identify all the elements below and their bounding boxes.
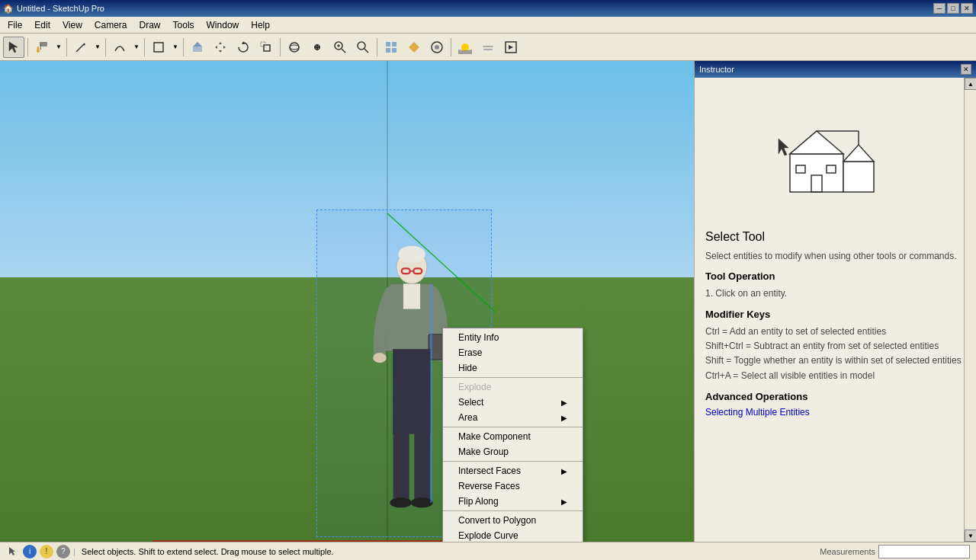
menu-window[interactable]: Window bbox=[201, 18, 246, 32]
orbit-tool-button[interactable] bbox=[284, 37, 305, 58]
main-content: Entity Info Erase Hide Explode Select ▶ … bbox=[0, 61, 976, 542]
tool-name: Select Tool bbox=[705, 230, 965, 244]
svg-line-15 bbox=[342, 49, 345, 53]
select-tool-button[interactable] bbox=[3, 37, 24, 58]
toolbar-separator-8 bbox=[451, 38, 451, 56]
close-button[interactable]: ✕ bbox=[961, 3, 973, 14]
menu-draw[interactable]: Draw bbox=[133, 18, 167, 32]
status-select-icon[interactable] bbox=[6, 545, 20, 558]
titlebar-controls[interactable]: ─ □ ✕ bbox=[933, 3, 973, 14]
ctx-separator-3 bbox=[443, 461, 583, 462]
ctx-separator-2 bbox=[443, 427, 583, 427]
ctx-flip-along[interactable]: Flip Along ▶ bbox=[443, 494, 583, 509]
scroll-down-button[interactable]: ▼ bbox=[965, 530, 976, 542]
ctx-erase[interactable]: Erase bbox=[443, 345, 583, 360]
ctx-explode-curve[interactable]: Explode Curve bbox=[443, 528, 583, 542]
shadows-button[interactable] bbox=[454, 37, 476, 58]
ctx-entity-info[interactable]: Entity Info bbox=[443, 330, 583, 345]
move-tool-button[interactable] bbox=[210, 37, 231, 58]
svg-line-19 bbox=[364, 49, 368, 53]
zoomextents-tool-button[interactable] bbox=[352, 37, 374, 58]
status-warning-icon[interactable]: ! bbox=[40, 545, 53, 558]
menu-tools[interactable]: Tools bbox=[167, 18, 201, 32]
styles-button[interactable] bbox=[426, 37, 448, 58]
toolbar-separator-5 bbox=[183, 38, 184, 56]
menu-view[interactable]: View bbox=[56, 18, 88, 32]
toolbar-separator-7 bbox=[377, 38, 377, 56]
menu-file[interactable]: File bbox=[2, 18, 28, 32]
scroll-up-button[interactable]: ▲ bbox=[965, 78, 976, 90]
svg-marker-50 bbox=[790, 131, 843, 154]
ctx-reverse-faces[interactable]: Reverse Faces bbox=[443, 478, 583, 494]
line-tool-button[interactable] bbox=[70, 37, 92, 58]
instructor-close-button[interactable]: ✕ bbox=[961, 64, 971, 75]
menu-help[interactable]: Help bbox=[245, 18, 276, 32]
zoom-tool-button[interactable] bbox=[329, 37, 351, 58]
svg-marker-52 bbox=[843, 145, 874, 162]
fog-button[interactable] bbox=[477, 37, 499, 58]
svg-marker-7 bbox=[215, 42, 226, 53]
ctx-make-component[interactable]: Make Component bbox=[443, 429, 583, 444]
statusbar-icons: i ! ? | bbox=[6, 545, 75, 558]
export-button[interactable] bbox=[500, 37, 522, 58]
toolbar-separator-4 bbox=[144, 38, 145, 56]
scroll-track bbox=[965, 90, 976, 530]
menu-camera[interactable]: Camera bbox=[88, 18, 133, 32]
svg-rect-28 bbox=[483, 46, 493, 47]
status-info-icon[interactable]: i bbox=[23, 545, 37, 558]
ctx-convert-polygon[interactable]: Convert to Polygon bbox=[443, 513, 583, 528]
context-menu: Entity Info Erase Hide Explode Select ▶ … bbox=[442, 328, 583, 542]
svg-rect-22 bbox=[386, 48, 390, 53]
toolbar-separator-3 bbox=[105, 38, 106, 56]
svg-point-11 bbox=[290, 43, 299, 52]
pan-tool-button[interactable] bbox=[307, 37, 328, 58]
shape-tool-button[interactable] bbox=[148, 37, 169, 58]
menu-edit[interactable]: Edit bbox=[28, 18, 56, 32]
titlebar-left: 🏠 Untitled - SketchUp Pro bbox=[3, 4, 104, 14]
rotate-tool-button[interactable] bbox=[233, 37, 254, 58]
arc-arrow-button[interactable]: ▼ bbox=[132, 37, 141, 58]
svg-rect-9 bbox=[264, 45, 270, 51]
svg-rect-4 bbox=[154, 43, 163, 52]
minimize-button[interactable]: ─ bbox=[933, 3, 946, 14]
titlebar: 🏠 Untitled - SketchUp Pro ─ □ ✕ bbox=[0, 0, 976, 17]
ctx-flip-arrow: ▶ bbox=[561, 498, 567, 506]
svg-rect-20 bbox=[386, 42, 390, 46]
status-help-icon[interactable]: ? bbox=[56, 545, 70, 558]
paint-tool-button[interactable] bbox=[31, 37, 53, 58]
ctx-hide[interactable]: Hide bbox=[443, 360, 583, 376]
tool-operation-steps: 1. Click on an entity. bbox=[705, 286, 965, 301]
instructor-panel: Instructor ✕ bbox=[694, 61, 976, 542]
statusbar: i ! ? | Select objects. Shift to extend … bbox=[0, 542, 976, 560]
toolbar-separator-2 bbox=[66, 38, 67, 56]
tool-description: Select entities to modify when using oth… bbox=[705, 250, 965, 263]
svg-point-18 bbox=[358, 42, 365, 50]
components-button[interactable] bbox=[380, 37, 402, 58]
paint-arrow-button[interactable]: ▼ bbox=[54, 37, 63, 58]
maximize-button[interactable]: □ bbox=[947, 3, 959, 14]
tool-operation-title: Tool Operation bbox=[705, 270, 965, 282]
svg-line-2 bbox=[76, 43, 85, 52]
materials-button[interactable] bbox=[403, 37, 425, 58]
ctx-make-group[interactable]: Make Group bbox=[443, 444, 583, 459]
advanced-link[interactable]: Selecting Multiple Entities bbox=[705, 407, 810, 418]
ctx-area[interactable]: Area ▶ bbox=[443, 410, 583, 425]
svg-rect-29 bbox=[483, 49, 493, 50]
instructor-scrollbar[interactable]: ▲ ▼ bbox=[964, 78, 976, 542]
app-icon: 🏠 bbox=[3, 4, 14, 14]
arc-tool-button[interactable] bbox=[109, 37, 130, 58]
status-message: Select objects. Shift to extend select. … bbox=[82, 547, 334, 556]
scale-tool-button[interactable] bbox=[255, 37, 277, 58]
ctx-explode: Explode bbox=[443, 379, 583, 395]
pushpull-tool-button[interactable] bbox=[187, 37, 208, 58]
app-title: Untitled - SketchUp Pro bbox=[17, 4, 104, 13]
house-illustration bbox=[702, 85, 968, 222]
line-arrow-button[interactable]: ▼ bbox=[93, 37, 102, 58]
svg-rect-23 bbox=[392, 48, 396, 53]
ctx-select[interactable]: Select ▶ bbox=[443, 395, 583, 410]
ctx-intersect-faces[interactable]: Intersect Faces ▶ bbox=[443, 463, 583, 478]
shape-arrow-button[interactable]: ▼ bbox=[171, 37, 180, 58]
instructor-text: Select Tool Select entities to modify wh… bbox=[702, 230, 968, 418]
measurements-input[interactable] bbox=[878, 545, 970, 558]
viewport[interactable]: Entity Info Erase Hide Explode Select ▶ … bbox=[0, 61, 694, 542]
